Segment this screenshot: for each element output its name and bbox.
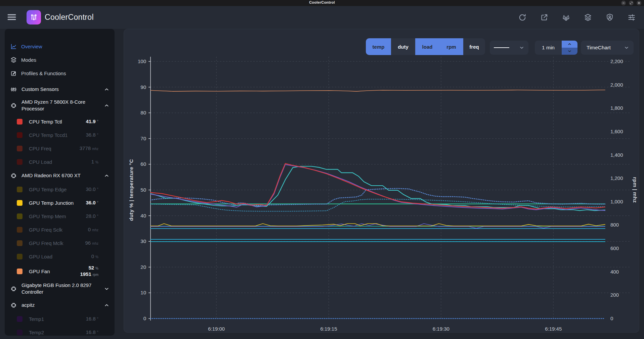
sensor-color-swatch — [17, 187, 23, 192]
menu-icon[interactable] — [7, 13, 16, 21]
chevron-up-icon[interactable] — [104, 173, 110, 179]
sensor-label: Temp2 — [29, 330, 86, 335]
svg-text:6:19:00: 6:19:00 — [208, 326, 225, 332]
external-link-icon[interactable] — [540, 13, 549, 22]
sensor-row-cpu-temp-tccd1[interactable]: CPU Temp Tccd136.8° — [5, 128, 115, 142]
device-name: acpitz — [22, 302, 93, 308]
sensor-row-temp2[interactable]: Temp216.8° — [5, 326, 115, 336]
sensor-value: 1% — [91, 159, 98, 165]
gitlab-icon[interactable] — [562, 13, 570, 22]
sidebar: OverviewModesProfiles & Functions Custom… — [5, 29, 115, 336]
close-button[interactable] — [637, 1, 641, 5]
custom-sensors-label: Custom Sensors — [22, 86, 93, 93]
sensor-row-temp1[interactable]: Temp116.8° — [5, 312, 115, 326]
chevron-up-icon[interactable] — [104, 87, 110, 92]
svg-text:0: 0 — [610, 316, 613, 321]
app-header: CoolerControl — [0, 6, 644, 29]
sensor-color-swatch — [17, 269, 23, 274]
svg-text:0: 0 — [143, 316, 146, 321]
sensor-label: CPU Temp Tccd1 — [29, 132, 86, 138]
chevron-down-icon[interactable] — [104, 286, 110, 292]
shield-user-icon[interactable] — [605, 13, 614, 22]
sensor-value: 0mhz — [88, 227, 98, 233]
sensor-color-swatch — [17, 330, 23, 335]
svg-text:40: 40 — [140, 213, 146, 219]
svg-text:20: 20 — [140, 264, 146, 270]
device-header-amd-radeon-rx-6700-xt[interactable]: AMD Radeon RX 6700 XT — [5, 168, 115, 183]
sensor-row-gpu-temp-edge[interactable]: GPU Temp Edge30.0° — [5, 183, 115, 196]
layers-icon — [10, 56, 17, 63]
sensor-color-swatch — [17, 227, 23, 233]
svg-text:80: 80 — [140, 110, 146, 115]
minimize-button[interactable] — [621, 1, 626, 5]
svg-text:1,800: 1,800 — [610, 105, 623, 111]
sensor-value: 16.8° — [86, 329, 98, 336]
series-gpu-temp-junction — [151, 224, 605, 226]
svg-text:1,000: 1,000 — [610, 199, 623, 204]
svg-text:200: 200 — [610, 292, 619, 298]
sensor-row-gpu-freq-mclk[interactable]: GPU Freq Mclk96mhz — [5, 236, 115, 250]
svg-text:70: 70 — [140, 136, 146, 141]
device-header-amd-ryzen-7-5800x-8-core-processor[interactable]: AMD Ryzen 7 5800X 8-Core Processor — [5, 96, 115, 115]
sensor-value: 52%1951rpm — [80, 265, 98, 278]
sensor-label: GPU Temp Junction — [29, 200, 86, 206]
device-name: Gigabyte RGB Fusion 2.0 8297 Controller — [22, 282, 93, 295]
sensor-row-gpu-freq-sclk[interactable]: GPU Freq Sclk0mhz — [5, 223, 115, 236]
svg-text:6:19:45: 6:19:45 — [545, 326, 562, 332]
custom-sensors-icon — [10, 86, 17, 93]
sensor-value: 28.0° — [86, 213, 98, 220]
sidebar-item-label: Overview — [21, 44, 42, 49]
sensor-row-cpu-load[interactable]: CPU Load1% — [5, 155, 115, 168]
sidebar-nav: OverviewModesProfiles & Functions — [5, 29, 115, 80]
sidebar-item-label: Modes — [21, 57, 36, 63]
settings-sliders-icon[interactable] — [627, 13, 636, 22]
sidebar-item-label: Profiles & Functions — [21, 70, 66, 76]
layers-icon[interactable] — [584, 13, 592, 22]
svg-text:30: 30 — [140, 238, 146, 244]
sensor-row-gpu-temp-junction[interactable]: GPU Temp Junction36.0° — [5, 196, 115, 209]
svg-text:rpm | mhz: rpm | mhz — [632, 177, 638, 203]
sensor-value: 30.0° — [86, 186, 98, 193]
chip-icon — [10, 102, 17, 109]
sidebar-item-overview[interactable]: Overview — [5, 40, 115, 53]
time-chart[interactable]: 010203040506070809010002004006008001,000… — [124, 29, 639, 332]
device-header-gigabyte-rgb-fusion-2-0-8297-controller[interactable]: Gigabyte RGB Fusion 2.0 8297 Controller — [5, 279, 115, 298]
svg-text:90: 90 — [140, 84, 146, 90]
sensor-row-cpu-temp-tctl[interactable]: CPU Temp Tctl41.9° — [5, 115, 115, 128]
sensor-color-swatch — [17, 159, 23, 165]
sensor-row-cpu-freq[interactable]: CPU Freq3778mhz — [5, 142, 115, 155]
sensor-label: GPU Fan — [29, 269, 80, 274]
sensor-value: 36.8° — [86, 132, 98, 138]
sensor-row-gpu-load[interactable]: GPU Load0% — [5, 250, 115, 263]
sensor-label: Temp1 — [29, 316, 86, 322]
svg-text:600: 600 — [610, 245, 619, 251]
sidebar-item-custom-sensors[interactable]: Custom Sensors — [5, 83, 115, 96]
sensor-label: CPU Load — [29, 159, 91, 165]
sensor-row-gpu-temp-mem[interactable]: GPU Temp Mem28.0° — [5, 209, 115, 223]
sensor-color-swatch — [17, 200, 23, 206]
sidebar-item-modes[interactable]: Modes — [5, 53, 115, 66]
chip-icon — [10, 302, 17, 309]
sensor-value: 3778mhz — [80, 145, 98, 152]
svg-text:1,400: 1,400 — [610, 152, 623, 158]
svg-text:50: 50 — [140, 187, 146, 193]
sensor-color-swatch — [17, 240, 23, 246]
chevron-up-icon[interactable] — [104, 103, 110, 108]
chip-icon — [10, 285, 17, 292]
sensor-row-gpu-fan[interactable]: GPU Fan52%1951rpm — [5, 263, 115, 279]
sensor-color-swatch — [17, 213, 23, 219]
device-header-acpitz[interactable]: acpitz — [5, 298, 115, 312]
device-name: AMD Radeon RX 6700 XT — [22, 172, 93, 179]
sensor-color-swatch — [17, 119, 23, 125]
chip-icon — [10, 172, 17, 179]
chart-line-icon — [10, 43, 17, 50]
refresh-icon[interactable] — [518, 13, 527, 22]
svg-text:6:19:30: 6:19:30 — [433, 326, 449, 332]
maximize-button[interactable] — [629, 1, 634, 5]
sensor-label: GPU Temp Mem — [29, 213, 86, 219]
sidebar-item-profiles-functions[interactable]: Profiles & Functions — [5, 66, 115, 80]
device-list: AMD Ryzen 7 5800X 8-Core ProcessorCPU Te… — [5, 96, 115, 336]
svg-text:2,200: 2,200 — [610, 58, 623, 64]
chevron-up-icon[interactable] — [104, 302, 110, 308]
sensor-value: 16.8° — [86, 316, 98, 322]
